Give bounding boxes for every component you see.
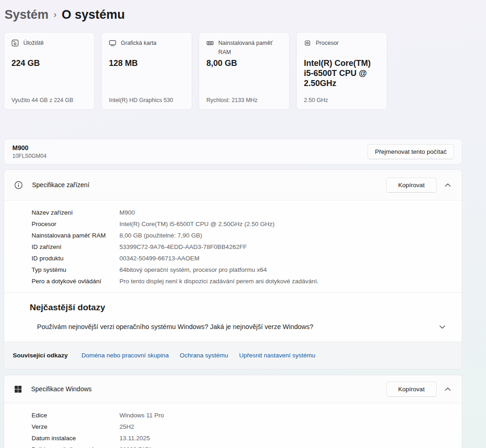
chevron-up-icon	[445, 183, 451, 187]
faq-title: Nejčastější dotazy	[30, 302, 462, 313]
breadcrumb: Systém › O systému	[5, 6, 462, 23]
spec-value: Windows 11 Pro	[119, 412, 164, 419]
storage-icon	[11, 39, 19, 47]
spec-value: 64bitový operační systém, procesor pro p…	[119, 266, 267, 273]
spec-row-ram: Nainstalovaná paměť RAM 8,00 GB (použite…	[4, 230, 462, 241]
ram-card-value: 8,00 GB	[206, 58, 284, 68]
spec-row-device-name: Název zařízení M900	[4, 207, 462, 218]
spec-label: Procesor	[32, 221, 119, 227]
spec-label: ID zařízení	[32, 243, 119, 250]
device-spec-collapse-button[interactable]	[443, 181, 453, 189]
spec-value: 26200.7171	[119, 446, 152, 448]
spec-label: Build operačního systému	[32, 446, 119, 448]
spec-row-install-date: Datum instalace 13.11.2025	[4, 432, 462, 444]
spec-value: Pro tento displej není k dispozici zadáv…	[119, 278, 319, 285]
device-spec-expander: Specifikace zařízení Kopírovat Název zař…	[4, 169, 462, 369]
storage-card-subtitle: Využito 44 GB z 224 GB	[11, 97, 73, 103]
spec-row-edition: Edice Windows 11 Pro	[4, 410, 462, 421]
device-name-card: M900 10FLS0GM04 Přejmenovat tento počíta…	[4, 139, 462, 165]
ram-card-subtitle: Rychlost: 2133 MHz	[206, 97, 258, 103]
spec-row-os-build: Build operačního systému 26200.7171	[4, 444, 462, 448]
gpu-icon	[109, 39, 116, 47]
spec-label: Verze	[32, 423, 119, 430]
spec-value: 53399C72-9A76-4EDD-AAD3-78F0BB4262FF	[119, 243, 247, 250]
spec-row-system-type: Typ systému 64bitový operační systém, pr…	[4, 264, 462, 275]
gpu-card: Grafická karta 128 MB Intel(R) HD Graphi…	[101, 32, 192, 110]
windows-spec-header[interactable]: Specifikace Windows Kopírovat	[4, 375, 462, 403]
spec-label: Pero a dotykové ovládání	[32, 278, 119, 285]
related-links-label: Související odkazy	[13, 352, 68, 359]
spec-value: 00342-50499-66713-AAOEM	[119, 255, 200, 262]
cpu-card-title: Procesor	[316, 38, 339, 48]
windows-spec-collapse-button[interactable]	[443, 385, 453, 393]
spec-value: 13.11.2025	[119, 435, 150, 442]
windows-spec-expander: Specifikace Windows Kopírovat Edice Wind…	[4, 375, 462, 448]
info-icon	[14, 181, 23, 189]
related-links-strip: Související odkazy Doména nebo pracovní …	[4, 341, 462, 369]
gpu-card-subtitle: Intel(R) HD Graphics 530	[109, 97, 173, 103]
spec-label: Nainstalovaná paměť RAM	[32, 232, 119, 239]
faq-question-row[interactable]: Používám nejnovější verzi operačního sys…	[30, 323, 462, 330]
spec-value: 25H2	[119, 423, 134, 430]
spec-label: Typ systému	[32, 266, 119, 273]
about-page: Systém › O systému Úložiště 224 GB Využi…	[0, 0, 486, 448]
faq-question-text: Používám nejnovější verzi operačního sys…	[37, 323, 439, 330]
chevron-up-icon	[445, 387, 451, 391]
stat-cards-row: Úložiště 224 GB Využito 44 GB z 224 GB G…	[4, 32, 462, 110]
spec-row-processor: Procesor Intel(R) Core(TM) i5-6500T CPU …	[4, 218, 462, 230]
breadcrumb-separator-icon: ›	[54, 6, 57, 22]
spec-row-version: Verze 25H2	[4, 421, 462, 432]
cpu-card-value: Intel(R) Core(TM) i5-6500T CPU @ 2.50GHz	[304, 58, 381, 88]
gpu-card-title: Grafická karta	[121, 38, 157, 48]
spec-label: ID produktu	[32, 255, 119, 262]
ram-card-title: Nainstalovaná paměť RAM	[218, 38, 282, 57]
windows-spec-title: Specifikace Windows	[31, 385, 386, 393]
breadcrumb-system[interactable]: Systém	[5, 6, 49, 23]
storage-card-value: 224 GB	[11, 58, 89, 68]
faq-section: Nejčastější dotazy Používám nejnovější v…	[4, 292, 462, 341]
gpu-card-value: 128 MB	[109, 58, 186, 68]
cpu-icon	[304, 39, 311, 47]
storage-card: Úložiště 224 GB Využito 44 GB z 224 GB	[4, 32, 95, 110]
device-name-block: M900 10FLS0GM04	[12, 144, 47, 159]
link-domain-workgroup[interactable]: Doména nebo pracovní skupina	[81, 352, 169, 359]
ram-card: Nainstalovaná paměť RAM 8,00 GB Rychlost…	[199, 32, 290, 110]
device-name: M900	[12, 144, 47, 152]
spec-row-product-id: ID produktu 00342-50499-66713-AAOEM	[4, 253, 462, 264]
link-advanced-system-settings[interactable]: Upřesnit nastavení systému	[239, 352, 315, 359]
device-spec-table: Název zařízení M900 Procesor Intel(R) Co…	[4, 200, 462, 292]
spec-value: Intel(R) Core(TM) i5-6500T CPU @ 2.50GHz…	[119, 221, 275, 227]
spec-label: Edice	[32, 412, 119, 419]
device-spec-copy-button[interactable]: Kopírovat	[386, 178, 437, 193]
spec-label: Název zařízení	[32, 209, 119, 216]
windows-logo-icon	[14, 385, 22, 393]
device-serial: 10FLS0GM04	[12, 153, 47, 159]
spec-value: 8,00 GB (použitelné: 7,90 GB)	[119, 232, 202, 239]
cpu-card: Procesor Intel(R) Core(TM) i5-6500T CPU …	[296, 32, 387, 110]
spec-row-device-id: ID zařízení 53399C72-9A76-4EDD-AAD3-78F0…	[4, 241, 462, 253]
cpu-card-subtitle: 2.50 GHz	[304, 97, 328, 103]
ram-icon	[206, 39, 214, 47]
spec-value: M900	[119, 209, 135, 216]
windows-spec-copy-button[interactable]: Kopírovat	[386, 382, 437, 397]
chevron-down-icon	[439, 325, 445, 329]
spec-label: Datum instalace	[32, 435, 119, 442]
windows-spec-table: Edice Windows 11 Pro Verze 25H2 Datum in…	[4, 403, 462, 448]
page-title: O systému	[62, 6, 125, 23]
spec-row-pen-touch: Pero a dotykové ovládání Pro tento displ…	[4, 275, 462, 287]
device-spec-header[interactable]: Specifikace zařízení Kopírovat	[4, 170, 462, 200]
link-system-protection[interactable]: Ochrana systému	[180, 352, 228, 359]
rename-pc-button[interactable]: Přejmenovat tento počítač	[367, 144, 454, 159]
storage-card-title: Úložiště	[23, 38, 43, 48]
device-spec-title: Specifikace zařízení	[32, 181, 386, 189]
